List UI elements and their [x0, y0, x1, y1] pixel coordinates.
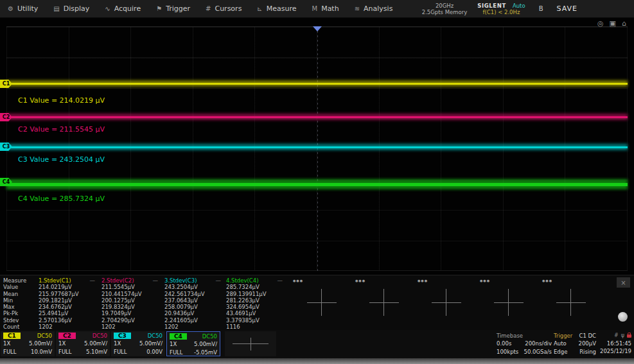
stat-value: 285.7324μV [226, 284, 285, 290]
menu-display-label: Display [64, 4, 90, 13]
trace-core [6, 116, 628, 118]
measurement-slot-5: ●●● [290, 275, 353, 331]
trigger-position-indicator[interactable] [313, 26, 322, 31]
row-label-pkpk: Pk-Pk [3, 310, 37, 316]
add-measurement-button[interactable] [556, 289, 586, 316]
row-label-count: Count [3, 324, 37, 330]
save-button[interactable]: SAVE [557, 4, 577, 13]
display-icon: ▤ [53, 5, 59, 12]
measurement-header[interactable]: 2.Stdev(C2) [101, 277, 134, 284]
menu-trigger-label: Trigger [166, 4, 190, 13]
menu-acquire-label: Acquire [114, 4, 141, 13]
camera-icon[interactable]: ◎ [597, 20, 604, 28]
add-measurement-button[interactable] [369, 289, 399, 316]
stat-stdev: 2.241605μV [164, 317, 224, 324]
channel-probe: 1X [58, 340, 66, 347]
measurement-panel: Measure Value Mean Min Max Pk-Pk Stdev C… [0, 275, 634, 330]
measurement-slot-menu-button[interactable]: ●●● [355, 279, 365, 282]
measurement-header[interactable]: 1.Stdev(C1) [39, 277, 71, 284]
add-channel-button[interactable] [225, 331, 276, 356]
channel-descriptor-c2[interactable]: C2 DC50 1X 5.00mV/ FULL 5.10mV [56, 331, 110, 356]
row-label-value: Value [3, 284, 37, 290]
measurement-slot-menu-button[interactable]: ●●● [480, 279, 490, 282]
display-corner-icons: ◎ ▣ ⌂ [597, 20, 626, 28]
trace-core [6, 183, 628, 186]
menu-display[interactable]: ▤ Display [53, 4, 105, 13]
menu-analysis-label: Analysis [364, 4, 392, 13]
measurement-column-3: 3.Stdev(C3) — 243.2504μV 242.561734μV 23… [164, 277, 224, 330]
measurement-collapse-button[interactable]: — [90, 277, 98, 284]
channel-bandwidth: FULL [58, 348, 72, 356]
lock-icon[interactable] [627, 334, 631, 338]
measurement-slot-menu-button[interactable]: ●●● [542, 279, 552, 282]
menu-trigger[interactable]: ⚑ Trigger [156, 4, 206, 13]
trigger-block[interactable]: Trigger C1 DC Auto 200μV Edge Rising [554, 332, 596, 356]
channel-descriptor-c3[interactable]: C3 DC50 1X 5.00mV/ FULL 0.00V [111, 331, 165, 356]
channel-scale: 5.00mV/ [29, 340, 52, 347]
measurement-slot-menu-button[interactable]: ●●● [293, 279, 303, 282]
oscilloscope-screen: ⚙ Utility ▤ Display ∿ Acquire ⚑ Trigger … [0, 0, 634, 364]
clock-time: 16:51:45 [597, 340, 631, 347]
b-button[interactable]: B [536, 4, 547, 13]
add-measurement-button[interactable] [432, 289, 461, 316]
stat-mean: 289.139911μV [226, 291, 285, 297]
math-icon: M [312, 5, 318, 12]
menu-acquire[interactable]: ∿ Acquire [105, 4, 156, 13]
screen-bezel [0, 358, 634, 364]
channel-probe: 1X [170, 340, 177, 348]
descriptor-strip: C1 DC50 1X 5.00mV/ FULL 10.0mV C2 DC50 1… [0, 330, 634, 358]
network-icon: # [614, 333, 619, 338]
measurement-slot-menu-button[interactable]: ●●● [418, 279, 428, 282]
trigger-status-badge: Auto [513, 3, 525, 9]
channel-scale: 5.00mV/ [84, 340, 107, 347]
acquisition-info[interactable]: 20GHz 2.5Gpts Memory [422, 3, 468, 15]
channel-probe: 1X [3, 340, 10, 347]
timebase-points: 100kpts [497, 348, 518, 356]
measurement-collapse-button[interactable]: — [216, 277, 224, 284]
stat-stdev: 2.570136μV [39, 317, 98, 324]
stat-value: 243.2504μV [164, 284, 224, 290]
measurement-header[interactable]: 3.Stdev(C3) [164, 277, 197, 284]
flag-icon: ⚑ [156, 5, 162, 12]
trigger-mode: Auto [554, 340, 567, 347]
stat-pkpk: 19.7049μV [101, 310, 161, 316]
timebase-block[interactable]: Timebase 0.00s 200ns/div 100kpts 50.0GSa… [497, 332, 552, 356]
channel-tag: C1 [3, 333, 21, 339]
channel-descriptor-c1[interactable]: C1 DC50 1X 5.00mV/ FULL 10.0mV [1, 331, 55, 356]
measurement-header[interactable]: 4.Stdev(C4) [226, 277, 258, 284]
measurement-column-4: 4.Stdev(C4) — 285.7324μV 289.139911μV 28… [226, 277, 285, 330]
stat-value: 211.5545μV [101, 284, 161, 290]
add-measurement-button[interactable] [307, 289, 337, 316]
measure-panel-handle[interactable] [618, 312, 628, 322]
stat-count: 1116 [226, 324, 285, 330]
channel-offset: 5.10mV [86, 348, 107, 356]
brand-logo: SIGLENT [477, 3, 506, 9]
measure-panel-close-button[interactable]: × [617, 277, 630, 288]
timebase-sample-rate: 50.0GSa/s [524, 348, 552, 356]
menu-math[interactable]: M Math [312, 4, 355, 13]
stat-min: 209.1821μV [39, 297, 98, 304]
usb-icon: ψ [621, 333, 624, 338]
channel-descriptor-c4[interactable]: C4 DC50 1X 5.00mV/ FULL -5.05mV [166, 331, 220, 356]
menu-utility[interactable]: ⚙ Utility [8, 4, 53, 13]
menu-analysis[interactable]: ≋ Analysis [355, 4, 409, 13]
channel-offset: 0.00V [146, 348, 163, 356]
status-block: # ψ 16:51:45 2025/12/19 [597, 332, 633, 356]
stat-count: 1202 [101, 324, 161, 330]
menu-measure[interactable]: ⊾ Measure [257, 4, 312, 13]
menubar-right: 20GHz 2.5Gpts Memory SIGLENT Auto f(C1) … [422, 3, 634, 15]
channel-scale: 5.00mV/ [194, 340, 217, 348]
menu-cursors[interactable]: # Cursors [206, 4, 257, 13]
channel-tag: C2 [58, 333, 76, 339]
measurement-collapse-button[interactable]: — [277, 277, 286, 284]
measurement-collapse-button[interactable]: — [153, 277, 161, 284]
stat-max: 219.8324μV [101, 304, 161, 310]
fullscreen-icon[interactable]: ▣ [610, 20, 616, 28]
row-label-mean: Mean [3, 291, 37, 297]
touch-lock-icon[interactable]: ⌂ [622, 20, 626, 28]
channel-bandwidth: FULL [170, 349, 183, 356]
trigger-source: C1 DC [579, 332, 596, 340]
waveform-area: ◎ ▣ ⌂ C1 Value = 214.0219 μV C1 C2 Value… [0, 18, 634, 275]
add-measurement-button[interactable] [494, 289, 524, 316]
channel-offset: 10.0mV [31, 348, 52, 356]
